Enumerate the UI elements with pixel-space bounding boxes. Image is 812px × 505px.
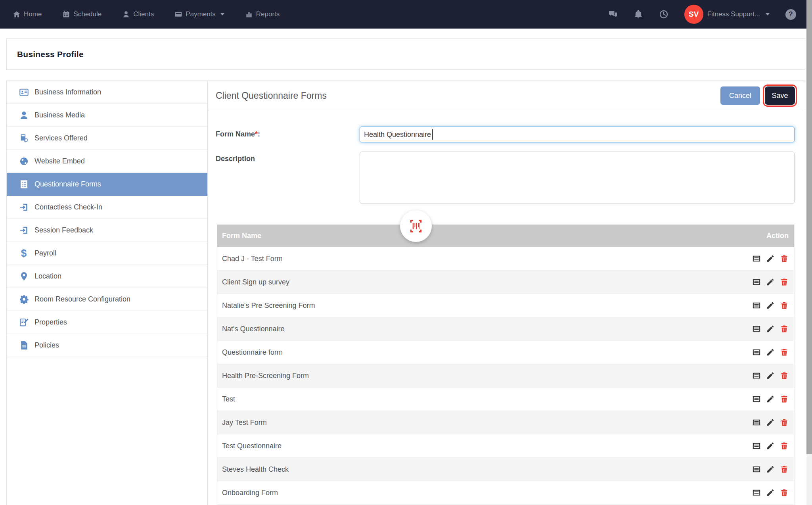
nav-item-reports[interactable]: Reports: [245, 10, 280, 18]
edit-icon[interactable]: [766, 371, 775, 380]
table-row[interactable]: Questionnaire form: [217, 341, 794, 364]
delete-icon[interactable]: [780, 465, 789, 474]
delete-icon[interactable]: [780, 395, 789, 403]
form-name-cell: Chad J - Test Form: [222, 255, 283, 263]
delete-icon[interactable]: [780, 371, 789, 380]
form-preview-icon[interactable]: [752, 395, 761, 403]
section-heading: Client Questionnaire Forms: [216, 81, 327, 110]
sidebar-item-services-offered[interactable]: Services Offered: [7, 127, 207, 150]
row-actions: [752, 395, 789, 403]
nav-item-clients[interactable]: Clients: [122, 10, 154, 18]
sign-in-icon: [18, 225, 30, 235]
description-label: Description: [216, 155, 255, 163]
text-cursor: [432, 129, 433, 140]
sidebar-item-location[interactable]: Location: [7, 265, 207, 288]
table-row[interactable]: Health Pre-Screening Form: [217, 364, 794, 388]
save-button[interactable]: Save: [765, 86, 795, 105]
sidebar-item-label: Services Offered: [34, 134, 88, 142]
edit-icon[interactable]: [766, 395, 775, 403]
nav-item-schedule[interactable]: Schedule: [62, 10, 102, 18]
delete-icon[interactable]: [780, 254, 789, 263]
header-actions: Cancel Save: [720, 86, 795, 105]
table-row[interactable]: Chad J - Test Form: [217, 247, 794, 271]
account-menu[interactable]: SV Fitness Support...: [684, 5, 770, 24]
sidebar-item-label: Session Feedback: [34, 226, 93, 234]
form-name-cell: Client Sign up survey: [222, 278, 289, 286]
vertical-scrollbar[interactable]: [806, 0, 812, 505]
form-preview-icon[interactable]: [752, 488, 761, 497]
form-preview-icon[interactable]: [752, 418, 761, 427]
delete-icon[interactable]: [780, 442, 789, 450]
table-header: Form Name Action: [217, 225, 794, 247]
form-preview-icon[interactable]: [752, 301, 761, 310]
edit-icon[interactable]: [766, 325, 775, 333]
form-preview-icon[interactable]: [752, 442, 761, 450]
chat-icon[interactable]: [608, 10, 618, 19]
sidebar-item-policies[interactable]: Policies: [7, 334, 207, 357]
row-actions: [752, 348, 789, 357]
delete-icon[interactable]: [780, 348, 789, 357]
table-row[interactable]: Jay Test Form: [217, 411, 794, 434]
table-row[interactable]: Onboarding Form: [217, 481, 794, 505]
sidebar-item-website-embed[interactable]: Website Embed: [7, 150, 207, 173]
edit-icon[interactable]: [766, 418, 775, 427]
row-actions: [752, 371, 789, 380]
calendar-icon: [62, 10, 70, 18]
delete-icon[interactable]: [780, 418, 789, 427]
delete-icon[interactable]: [780, 301, 789, 310]
delete-icon[interactable]: [780, 278, 789, 286]
scrollbar-thumb[interactable]: [806, 0, 812, 454]
person-icon: [122, 10, 130, 18]
nav-item-payments[interactable]: Payments: [174, 10, 224, 18]
sidebar-item-business-information[interactable]: Business Information: [7, 81, 207, 104]
edit-icon[interactable]: [766, 348, 775, 357]
row-actions: [752, 325, 789, 333]
form-preview-icon[interactable]: [752, 371, 761, 380]
table-row[interactable]: Nat's Questionnaire: [217, 317, 794, 341]
cancel-button[interactable]: Cancel: [720, 86, 760, 105]
sidebar-item-payroll[interactable]: $ Payroll: [7, 242, 207, 265]
nav-item-home[interactable]: Home: [13, 10, 42, 18]
delete-icon[interactable]: [780, 325, 789, 333]
form-name-input[interactable]: [360, 127, 795, 142]
book-chat-icon: [18, 133, 30, 143]
chevron-down-icon: [220, 13, 224, 15]
delete-icon[interactable]: [780, 488, 789, 497]
table-row[interactable]: Steves Health Check: [217, 458, 794, 481]
sign-in-icon: [18, 202, 30, 212]
edit-icon[interactable]: [766, 278, 775, 286]
sidebar-item-contactless-check-in[interactable]: Contactless Check-In: [7, 196, 207, 219]
nav-item-label: Schedule: [73, 10, 102, 18]
help-icon[interactable]: ?: [785, 9, 796, 20]
sidebar-item-business-media[interactable]: Business Media: [7, 104, 207, 127]
form-preview-icon[interactable]: [752, 278, 761, 286]
bell-icon[interactable]: [634, 10, 643, 19]
row-actions: [752, 254, 789, 263]
form-preview-icon[interactable]: [752, 254, 761, 263]
form-preview-icon[interactable]: [752, 348, 761, 357]
table-row[interactable]: Client Sign up survey: [217, 271, 794, 294]
sidebar-item-questionnaire-forms[interactable]: Questionnaire Forms: [7, 173, 207, 196]
edit-icon[interactable]: [766, 254, 775, 263]
clock-icon[interactable]: [659, 10, 668, 19]
settings-sidebar: Business Information Business Media Serv…: [7, 81, 208, 505]
form-name-cell: Test Questionnaire: [222, 442, 282, 450]
sidebar-item-label: Business Media: [34, 111, 85, 119]
form-preview-icon[interactable]: [752, 465, 761, 474]
table-row[interactable]: Test Questionnaire: [217, 434, 794, 458]
edit-icon[interactable]: [766, 442, 775, 450]
table-row[interactable]: Natalie's Pre Screening Form: [217, 294, 794, 317]
table-row[interactable]: Test: [217, 388, 794, 411]
nav-item-label: Payments: [186, 10, 216, 18]
edit-icon[interactable]: [766, 465, 775, 474]
sidebar-item-room-resource-configuration[interactable]: Room Resource Configuration: [7, 288, 207, 311]
row-actions: [752, 488, 789, 497]
edit-icon[interactable]: [766, 301, 775, 310]
nav-right-cluster: SV Fitness Support... ?: [608, 0, 796, 29]
edit-icon[interactable]: [766, 488, 775, 497]
description-textarea[interactable]: [360, 152, 795, 204]
form-preview-icon[interactable]: [752, 325, 761, 333]
sidebar-item-session-feedback[interactable]: Session Feedback: [7, 219, 207, 242]
sidebar-item-properties[interactable]: Properties: [7, 311, 207, 334]
row-actions: [752, 465, 789, 474]
